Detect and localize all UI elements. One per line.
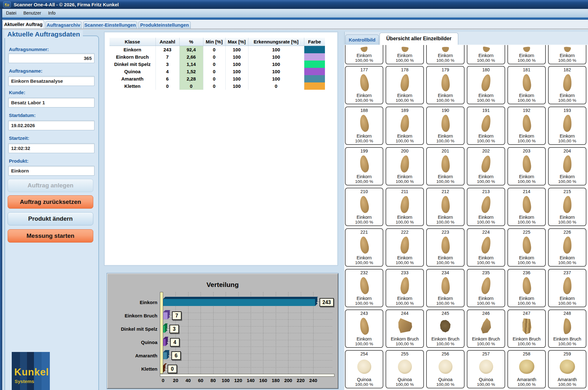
grain-cell[interactable]: 215Einkorn100,00 % bbox=[548, 188, 586, 226]
grain-cell[interactable]: 201Einkorn100,00 % bbox=[426, 147, 465, 185]
table-row[interactable]: Quinoa41,520100100 bbox=[109, 68, 325, 75]
grain-cell[interactable]: 235Einkorn100,00 % bbox=[467, 269, 505, 307]
grain-cell[interactable]: 245Einkorn Bruch100,00 % bbox=[426, 309, 465, 348]
tab-aktueller-auftrag[interactable]: Aktueller Auftrag bbox=[3, 20, 44, 29]
grain-cell[interactable]: 233Einkorn100,00 % bbox=[386, 269, 424, 307]
grain-cell[interactable]: 211Einkorn100,00 % bbox=[386, 188, 424, 226]
grain-cell[interactable]: 192Einkorn100,00 % bbox=[507, 107, 546, 145]
grain-cell[interactable]: 180Einkorn100,00 % bbox=[467, 66, 505, 104]
grain-image bbox=[401, 45, 408, 53]
grain-class-label: Einkorn bbox=[397, 255, 412, 260]
grain-cell[interactable]: 189Einkorn100,00 % bbox=[386, 107, 424, 145]
startzeit-field[interactable] bbox=[8, 143, 95, 153]
table-cell: 0 bbox=[248, 82, 304, 90]
grain-cell[interactable]: 221Einkorn100,00 % bbox=[345, 228, 383, 267]
grain-cell[interactable]: 237Einkorn100,00 % bbox=[548, 269, 586, 307]
grain-cell[interactable]: 222Einkorn100,00 % bbox=[386, 228, 424, 267]
grain-cell[interactable]: 200Einkorn100,00 % bbox=[386, 147, 424, 185]
grain-cell[interactable]: 210Einkorn100,00 % bbox=[345, 188, 383, 226]
grain-cell[interactable]: 193Einkorn100,00 % bbox=[548, 107, 586, 145]
x-tick-label: 220 bbox=[294, 378, 307, 383]
grain-cell[interactable]: 181Einkorn100,00 % bbox=[507, 66, 546, 104]
x-tick-label: 240 bbox=[307, 378, 320, 383]
grain-cell[interactable]: 188Einkorn100,00 % bbox=[345, 107, 383, 145]
grain-cell[interactable]: Einkorn100,00 % bbox=[345, 45, 383, 64]
messung-starten-button[interactable]: Messung starten bbox=[8, 229, 93, 243]
grain-cell[interactable]: 182Einkorn100,00 % bbox=[548, 66, 586, 104]
tab-uebersicht-einzelbilder[interactable]: Übersicht aller Einzelbilder bbox=[380, 33, 458, 45]
startdatum-field[interactable] bbox=[8, 120, 95, 130]
grain-cell[interactable]: 234Einkorn100,00 % bbox=[426, 269, 465, 307]
tab-produkteinstellungen[interactable]: Produkteinstellungen bbox=[138, 21, 191, 29]
grain-cell[interactable]: 247Einkorn Bruch100,00 % bbox=[507, 309, 546, 348]
grain-cell[interactable]: 254Quinoa100,00 % bbox=[345, 350, 383, 388]
menu-item-benutzer[interactable]: Benutzer bbox=[20, 9, 45, 17]
chart-value-label: 243 bbox=[320, 298, 334, 307]
grain-cell[interactable]: 257Quinoa100,00 % bbox=[467, 350, 505, 388]
kunde-field[interactable] bbox=[8, 98, 95, 107]
auftrag-zuruecksetzen-button[interactable]: Auftrag zurücksetzen bbox=[8, 195, 93, 209]
grain-shape-tip bbox=[401, 46, 409, 52]
tab-auftragsarchiv[interactable]: Auftragsarchiv bbox=[45, 21, 82, 29]
menu-item-datei[interactable]: Datei bbox=[3, 9, 20, 17]
table-cell: Kletten bbox=[109, 82, 155, 90]
grain-cell[interactable]: 246Einkorn Bruch100,00 % bbox=[467, 309, 505, 348]
grain-cell[interactable]: 179Einkorn100,00 % bbox=[426, 66, 465, 104]
grain-cell[interactable]: 204Einkorn100,00 % bbox=[548, 147, 586, 185]
chart-bar-side bbox=[166, 337, 168, 346]
table-row[interactable]: Einkorn Bruch72,660100100 bbox=[109, 53, 325, 61]
grain-cell[interactable]: 212Einkorn100,00 % bbox=[426, 188, 465, 226]
auftrag-anlegen-button[interactable]: Auftrag anlegen bbox=[8, 179, 93, 192]
chart-gridline bbox=[163, 340, 332, 340]
grain-number: 246 bbox=[482, 311, 490, 316]
grain-cell[interactable]: 214Einkorn100,00 % bbox=[507, 188, 546, 226]
grain-grid-row: 210Einkorn100,00 %211Einkorn100,00 %212E… bbox=[345, 188, 586, 226]
grain-cell[interactable]: 224Einkorn100,00 % bbox=[467, 228, 505, 267]
grain-cell[interactable]: 178Einkorn100,00 % bbox=[386, 66, 424, 104]
table-row[interactable]: Dinkel mit Spelz31,140100100 bbox=[109, 61, 325, 68]
grain-cell[interactable]: 255Quinoa100,00 % bbox=[386, 350, 424, 388]
grain-cell[interactable]: 236Einkorn100,00 % bbox=[507, 269, 546, 307]
grain-cell[interactable]: 199Einkorn100,00 % bbox=[345, 147, 383, 185]
grain-cell[interactable]: Einkorn100,00 % bbox=[507, 45, 546, 64]
grain-cell[interactable]: 256Quinoa100,00 % bbox=[426, 350, 465, 388]
grain-cell[interactable]: 248Einkorn Bruch100,00 % bbox=[548, 309, 586, 348]
chart-value-label: 3 bbox=[169, 325, 179, 333]
grain-number: 189 bbox=[401, 108, 408, 113]
produkt-aendern-button[interactable]: Produkt ändern bbox=[8, 212, 93, 225]
app-icon-text: Ku bbox=[5, 3, 10, 6]
table-row[interactable]: Einkorn24392,40100100 bbox=[109, 46, 325, 53]
chart-gridline bbox=[163, 354, 332, 354]
grain-cell[interactable]: Einkorn100,00 % bbox=[386, 45, 424, 64]
grain-cell[interactable]: 190Einkorn100,00 % bbox=[426, 107, 465, 145]
grain-cell[interactable]: 191Einkorn100,00 % bbox=[467, 107, 505, 145]
grain-cell[interactable]: 213Einkorn100,00 % bbox=[467, 188, 505, 226]
table-row[interactable]: Kletten0001000 bbox=[109, 82, 325, 90]
grain-cell[interactable]: 258Amaranth100,00 % bbox=[507, 350, 546, 388]
grain-cell[interactable]: 202Einkorn100,00 % bbox=[467, 147, 505, 185]
grain-cell[interactable]: 243Einkorn100,00 % bbox=[345, 309, 383, 348]
grain-grid-row: 199Einkorn100,00 %200Einkorn100,00 %201E… bbox=[345, 147, 586, 185]
grain-cell[interactable]: 225Einkorn100,00 % bbox=[507, 228, 546, 267]
auftragsname-field[interactable] bbox=[8, 76, 95, 86]
grain-cell[interactable]: Einkorn100,00 % bbox=[426, 45, 465, 64]
tab-kontrollbild[interactable]: Kontrollbild bbox=[345, 35, 379, 45]
table-cell-color bbox=[304, 53, 325, 61]
grain-cell[interactable]: 177Einkorn100,00 % bbox=[345, 66, 383, 104]
grain-cell[interactable]: 203Einkorn100,00 % bbox=[507, 147, 546, 185]
grain-class-label: Einkorn bbox=[397, 53, 412, 58]
table-cell: 0 bbox=[179, 82, 203, 90]
grain-cell[interactable]: Einkorn100,00 % bbox=[467, 45, 505, 64]
menu-item-info[interactable]: Info bbox=[45, 9, 59, 17]
grain-percent: 100,00 % bbox=[355, 382, 373, 387]
produkt-field[interactable] bbox=[8, 166, 95, 176]
auftragsnummer-field[interactable] bbox=[8, 53, 95, 63]
grain-cell[interactable]: Einkorn100,00 % bbox=[548, 45, 586, 64]
grain-cell[interactable]: 259Amaranth100,00 % bbox=[548, 350, 586, 388]
table-row[interactable]: Amaranth62,280100100 bbox=[109, 75, 325, 82]
grain-cell[interactable]: 226Einkorn100,00 % bbox=[548, 228, 586, 267]
grain-cell[interactable]: 244Einkorn Bruch100,00 % bbox=[386, 309, 424, 348]
tab-scanner-einstellungen[interactable]: Scanner-Einstellungen bbox=[83, 21, 137, 29]
grain-cell[interactable]: 223Einkorn100,00 % bbox=[426, 228, 465, 267]
grain-cell[interactable]: 232Einkorn100,00 % bbox=[345, 269, 383, 307]
